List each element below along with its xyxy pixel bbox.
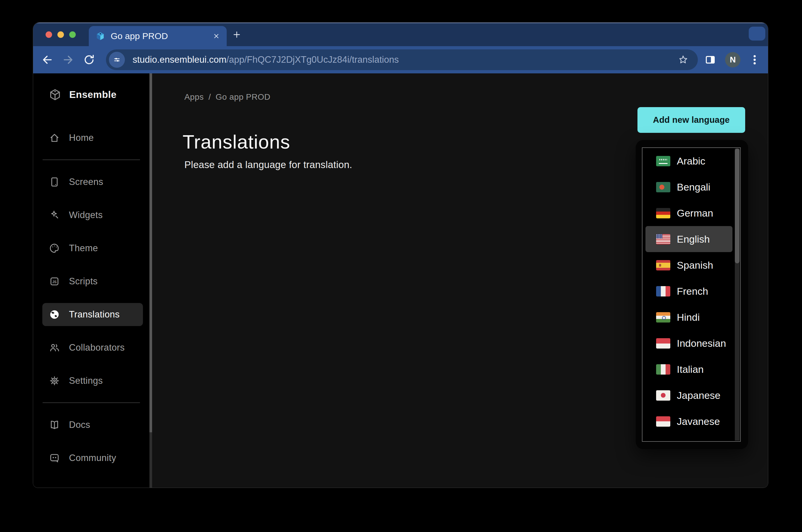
- url-text: studio.ensembleui.com/app/FhQC7J2DjXTg0U…: [133, 54, 399, 65]
- flag-jp-icon: [656, 390, 670, 401]
- breadcrumb-separator: /: [208, 92, 211, 102]
- language-option-label: Arabic: [677, 155, 705, 167]
- desktop-background: Go app PROD studio.ensembleui.com/app/Fh…: [0, 0, 802, 532]
- sidebar-item-settings[interactable]: Settings: [42, 369, 143, 392]
- brand-label: Ensemble: [69, 89, 117, 100]
- reload-button[interactable]: [82, 53, 96, 66]
- tab-close-icon[interactable]: [212, 32, 220, 40]
- brand: Ensemble: [33, 73, 150, 102]
- browser-window: Go app PROD studio.ensembleui.com/app/Fh…: [33, 22, 768, 488]
- sidebar-divider: [43, 159, 140, 160]
- flag-es-icon: [656, 260, 670, 270]
- language-option-arabic[interactable]: Arabic: [646, 148, 732, 174]
- language-dropdown: ArabicBengaliGermanEnglishSpanishFrenchH…: [636, 140, 748, 449]
- flag-us-icon: [656, 234, 670, 244]
- browser-tab[interactable]: Go app PROD: [89, 26, 227, 46]
- language-option-italian[interactable]: Italian: [646, 356, 732, 382]
- add-new-language-button[interactable]: Add new language: [637, 107, 745, 133]
- ensemble-favicon-icon: [95, 31, 106, 41]
- flag-id-icon: [656, 338, 670, 348]
- flag-fr-icon: [656, 286, 670, 297]
- sidebar-item-label: Collaborators: [69, 342, 125, 353]
- zoom-window-button[interactable]: [69, 31, 76, 38]
- profile-avatar[interactable]: N: [725, 52, 741, 68]
- sidebar-item-home[interactable]: Home: [42, 126, 143, 149]
- language-option-label: Indonesian: [677, 338, 726, 349]
- flag-de-icon: [656, 208, 670, 218]
- sidebar-scrollbar-thumb[interactable]: [150, 73, 152, 432]
- dropdown-scrollbar-thumb[interactable]: [735, 149, 740, 263]
- language-option-spanish[interactable]: Spanish: [646, 252, 732, 278]
- flag-bd-icon: [656, 182, 670, 192]
- sidebar-item-scripts[interactable]: JSScripts: [42, 270, 143, 293]
- translations-icon: [49, 309, 60, 320]
- svg-text:JS: JS: [52, 280, 57, 284]
- sidebar-divider: [43, 402, 140, 403]
- language-option-label: Spanish: [677, 260, 713, 271]
- language-option-label: German: [677, 207, 713, 219]
- sidebar-item-screens[interactable]: Screens: [42, 170, 143, 193]
- language-option-label: Bengali: [677, 182, 710, 193]
- address-bar[interactable]: studio.ensembleui.com/app/FhQC7J2DjXTg0U…: [106, 50, 698, 70]
- url-path: /app/FhQC7J2DjXTg0UcJz84i/translations: [226, 54, 399, 65]
- tab-list-chevron-button[interactable]: [749, 26, 765, 40]
- sidebar-item-label: Screens: [69, 177, 103, 187]
- sidebar-item-label: Community: [69, 453, 116, 463]
- empty-state-message: Please add a language for translation.: [184, 159, 352, 170]
- scripts-icon: JS: [49, 276, 60, 287]
- language-option-japanese[interactable]: Japanese: [646, 382, 732, 408]
- browser-toolbar: studio.ensembleui.com/app/FhQC7J2DjXTg0U…: [33, 46, 768, 73]
- flag-it-icon: [656, 364, 670, 375]
- flag-in-icon: [656, 312, 670, 323]
- minimize-window-button[interactable]: [57, 31, 64, 38]
- language-option-french[interactable]: French: [646, 278, 732, 304]
- window-controls: [45, 31, 76, 38]
- forward-button[interactable]: [61, 53, 75, 66]
- breadcrumb-current: Go app PROD: [216, 92, 270, 102]
- docs-icon: [49, 419, 60, 431]
- home-icon: [49, 132, 60, 144]
- sidebar-item-translations[interactable]: Translations: [42, 303, 143, 326]
- ensemble-logo-icon: [49, 88, 61, 101]
- sidebar-item-docs[interactable]: Docs: [42, 413, 143, 436]
- page-content: Ensemble HomeScreensWidgetsThemeJSScript…: [33, 73, 768, 488]
- sidebar-item-label: Theme: [69, 243, 98, 253]
- language-option-indonesian[interactable]: Indonesian: [646, 330, 732, 356]
- breadcrumb-apps-link[interactable]: Apps: [184, 92, 204, 102]
- sidebar-scrollbar[interactable]: [150, 73, 152, 488]
- language-option-english[interactable]: English: [646, 226, 732, 252]
- sidebar-item-label: Translations: [69, 309, 119, 320]
- browser-menu-button[interactable]: [748, 46, 761, 73]
- url-host: studio.ensembleui.com: [133, 54, 226, 65]
- back-button[interactable]: [41, 53, 54, 66]
- side-panel-button[interactable]: [704, 46, 717, 73]
- language-option-label: Japanese: [677, 390, 720, 401]
- sidebar-item-community[interactable]: Community: [42, 446, 143, 470]
- tune-icon: [112, 55, 121, 64]
- language-option-label: Italian: [677, 364, 704, 375]
- sidebar-item-collaborators[interactable]: Collaborators: [42, 336, 143, 359]
- tab-title: Go app PROD: [111, 31, 168, 41]
- breadcrumb: Apps / Go app PROD: [184, 92, 270, 102]
- bookmark-star-icon[interactable]: [677, 54, 689, 66]
- sidebar-item-label: Docs: [69, 420, 90, 430]
- sidebar-item-theme[interactable]: Theme: [42, 237, 143, 260]
- main-content: Apps / Go app PROD Translations Please a…: [152, 73, 768, 488]
- language-option-hindi[interactable]: Hindi: [646, 304, 732, 330]
- sidebar-item-label: Widgets: [69, 210, 103, 221]
- settings-icon: [49, 375, 60, 386]
- language-option-bengali[interactable]: Bengali: [646, 174, 732, 200]
- sidebar-item-label: Settings: [69, 376, 103, 386]
- language-option-javanese[interactable]: Javanese: [646, 408, 732, 434]
- community-icon: [49, 452, 60, 464]
- sidebar-item-widgets[interactable]: Widgets: [42, 204, 143, 227]
- site-settings-chip[interactable]: [109, 52, 125, 68]
- page-title: Translations: [183, 131, 290, 153]
- new-tab-button[interactable]: [232, 30, 242, 39]
- flag-jv-icon: [656, 416, 670, 427]
- language-option-label: Hindi: [677, 311, 700, 323]
- flag-sa-icon: [656, 156, 670, 166]
- language-option-german[interactable]: German: [646, 200, 732, 226]
- close-window-button[interactable]: [45, 31, 52, 38]
- theme-icon: [49, 243, 60, 254]
